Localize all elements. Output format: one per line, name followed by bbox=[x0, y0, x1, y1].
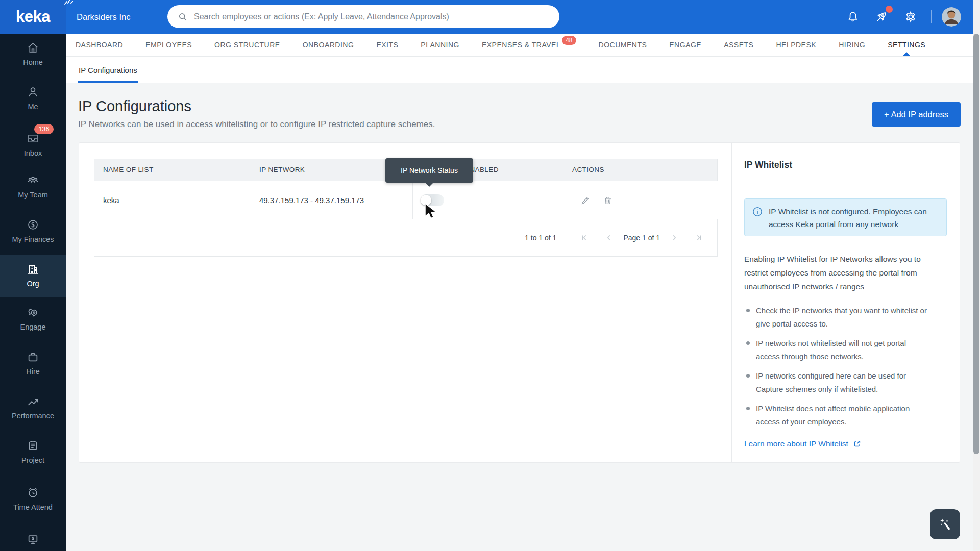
last-page-icon[interactable] bbox=[694, 233, 703, 242]
info-icon bbox=[752, 206, 763, 217]
notifications-bell-icon[interactable] bbox=[846, 10, 860, 23]
performance-icon bbox=[26, 394, 40, 408]
whitelist-info-text: IP Whitelist is not configured. Employee… bbox=[769, 205, 927, 236]
panel-divider bbox=[731, 142, 732, 463]
time-attend-icon bbox=[26, 486, 40, 499]
external-link-icon bbox=[852, 439, 862, 448]
ip-network-status-tooltip: IP Network Status bbox=[385, 158, 473, 183]
pagination-page: Page 1 of 1 bbox=[623, 234, 660, 242]
scrollbar-thumb[interactable] bbox=[973, 34, 979, 454]
whitelist-bullet-2: IP networks not whitelisted will not get… bbox=[746, 337, 950, 363]
top-header: Darksiders Inc keka bbox=[0, 0, 980, 34]
delete-trash-icon[interactable] bbox=[602, 195, 614, 206]
tab-dashboard[interactable]: DASHBOARD bbox=[76, 34, 123, 57]
tab-helpdesk[interactable]: HELPDESK bbox=[776, 34, 816, 57]
company-name: Darksiders Inc bbox=[77, 0, 130, 34]
rocket-badge-dot bbox=[886, 6, 893, 13]
whitelist-info-box: IP Whitelist is not configured. Employee… bbox=[744, 198, 947, 236]
magic-wand-fab[interactable] bbox=[930, 509, 960, 539]
settings-gear-icon[interactable] bbox=[904, 10, 917, 23]
whitelist-bullet-3: IP networks configured here can be used … bbox=[746, 369, 950, 396]
first-page-icon[interactable] bbox=[580, 233, 589, 242]
tab-assets[interactable]: ASSETS bbox=[724, 34, 753, 57]
col-name-of-list: NAME OF LIST bbox=[103, 159, 154, 181]
edit-pencil-icon[interactable] bbox=[580, 195, 591, 206]
sidebar-item-inbox[interactable]: Inbox bbox=[0, 132, 66, 173]
page-subtitle: IP Networks can be used in access whitel… bbox=[78, 119, 435, 130]
sidebar-item-project[interactable]: Project bbox=[0, 439, 66, 481]
sidebar-item-me[interactable]: Me bbox=[0, 85, 66, 127]
hire-icon bbox=[26, 350, 40, 364]
search-input[interactable] bbox=[194, 12, 541, 21]
me-icon bbox=[26, 85, 40, 99]
settings-subnav: IP Configurations bbox=[66, 57, 980, 83]
sidebar-item-engage[interactable]: Engage bbox=[0, 306, 66, 347]
tab-documents[interactable]: DOCUMENTS bbox=[599, 34, 647, 57]
user-avatar[interactable] bbox=[942, 7, 961, 27]
sidebar: Home Me Inbox My Team My Finances Org En… bbox=[0, 34, 66, 551]
search-icon bbox=[178, 12, 188, 22]
tab-onboarding[interactable]: ONBOARDING bbox=[303, 34, 354, 57]
header-divider bbox=[931, 10, 932, 23]
my-team-icon bbox=[26, 173, 40, 187]
col-actions: ACTIONS bbox=[572, 159, 604, 181]
tab-employees[interactable]: EMPLOYEES bbox=[145, 34, 192, 57]
keka-settings-page: Darksiders Inc keka Home Me Inbox bbox=[0, 0, 980, 551]
expenses-count-badge: 48 bbox=[562, 36, 576, 45]
sidebar-item-performance[interactable]: Performance bbox=[0, 394, 66, 436]
whitelist-panel-title: IP Whitelist bbox=[744, 160, 792, 170]
learn-more-link[interactable]: Learn more about IP Whitelist bbox=[744, 439, 862, 448]
cell-ip-network: 49.37.159.173 - 49.37.159.173 bbox=[259, 181, 364, 219]
whitelist-description: Enabling IP Whitelist for IP Networks al… bbox=[744, 252, 959, 293]
sidebar-item-my-team[interactable]: My Team bbox=[0, 173, 66, 215]
global-search[interactable] bbox=[167, 5, 559, 28]
whitelist-bullet-4: IP Whitelist does not affect mobile appl… bbox=[746, 402, 950, 429]
add-ip-address-button[interactable]: + Add IP address bbox=[872, 102, 961, 127]
subtab-ip-configurations[interactable]: IP Configurations bbox=[78, 57, 138, 83]
whitelist-bullet-1: Check the IP networks that you want to w… bbox=[746, 304, 950, 331]
sidebar-item-home[interactable]: Home bbox=[0, 41, 66, 83]
col-ip-network: IP NETWORK bbox=[259, 159, 305, 181]
sidebar-item-payroll[interactable]: Payroll bbox=[0, 533, 66, 551]
inbox-count-badge: 136 bbox=[34, 124, 54, 134]
table-row bbox=[94, 181, 718, 219]
tab-planning[interactable]: PLANNING bbox=[421, 34, 459, 57]
logo-flare-icon bbox=[63, 0, 74, 6]
project-icon bbox=[26, 439, 40, 453]
cell-name: keka bbox=[103, 181, 119, 219]
next-page-icon[interactable] bbox=[670, 233, 679, 242]
tab-exits[interactable]: EXITS bbox=[376, 34, 398, 57]
tab-settings[interactable]: SETTINGS bbox=[888, 34, 925, 57]
magic-wand-icon bbox=[937, 516, 953, 533]
tab-expenses-travel[interactable]: EXPENSES & TRAVEL48 bbox=[482, 34, 576, 57]
mouse-cursor bbox=[424, 203, 439, 220]
tab-engage[interactable]: ENGAGE bbox=[669, 34, 701, 57]
sidebar-item-my-finances[interactable]: My Finances bbox=[0, 218, 66, 260]
whats-new-rocket-icon[interactable] bbox=[875, 10, 888, 23]
payroll-icon bbox=[26, 533, 40, 546]
tab-org-structure[interactable]: ORG STRUCTURE bbox=[214, 34, 280, 57]
engage-icon bbox=[26, 306, 40, 319]
sidebar-item-time-attend[interactable]: Time Attend bbox=[0, 486, 66, 528]
pagination-range: 1 to 1 of 1 bbox=[525, 234, 556, 242]
home-icon bbox=[26, 41, 40, 55]
keka-logo[interactable]: keka bbox=[0, 0, 66, 34]
tab-hiring[interactable]: HIRING bbox=[839, 34, 865, 57]
module-navbar: DASHBOARD EMPLOYEES ORG STRUCTURE ONBOAR… bbox=[66, 34, 980, 57]
page-title: IP Configurations bbox=[78, 98, 191, 115]
prev-page-icon[interactable] bbox=[604, 233, 614, 242]
org-icon bbox=[26, 262, 40, 276]
sidebar-item-org[interactable]: Org bbox=[0, 255, 66, 297]
my-finances-icon bbox=[26, 218, 40, 232]
sidebar-item-hire[interactable]: Hire bbox=[0, 350, 66, 392]
pagination: 1 to 1 of 1 Page 1 of 1 bbox=[94, 219, 718, 256]
